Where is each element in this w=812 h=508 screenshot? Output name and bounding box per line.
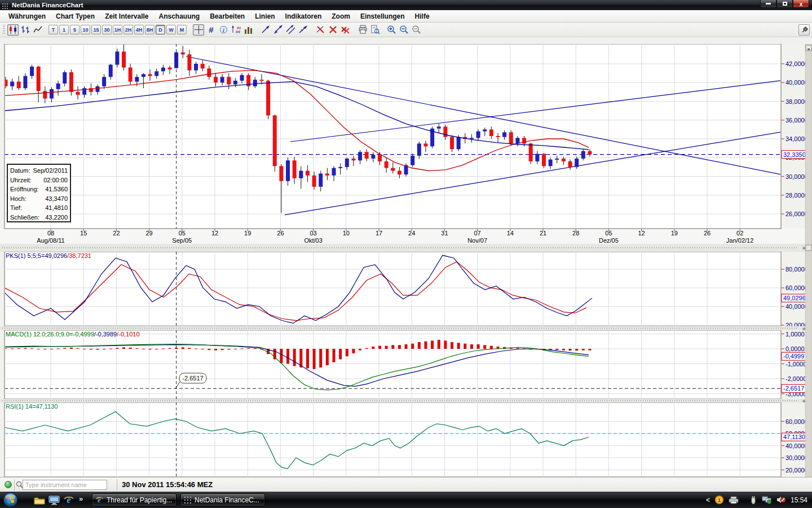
candle[interactable] — [325, 174, 329, 176]
candle[interactable] — [365, 152, 369, 159]
toolbar-tf-5-button[interactable]: 5 — [70, 25, 80, 34]
candle[interactable] — [575, 159, 579, 167]
candle[interactable] — [529, 143, 533, 161]
candle[interactable] — [312, 176, 316, 187]
menu-indikatoren[interactable]: Indikatoren — [280, 11, 327, 21]
right-gutter[interactable] — [805, 44, 812, 477]
toolbar-zoom-out-button[interactable] — [398, 24, 409, 36]
candle[interactable] — [56, 84, 60, 89]
toolbar-grid-button[interactable]: # — [205, 24, 217, 36]
toolbar-tf-1-button[interactable]: 1 — [59, 25, 69, 34]
candle[interactable] — [476, 132, 480, 138]
candle[interactable] — [423, 143, 427, 146]
candle[interactable] — [568, 161, 572, 167]
candle[interactable] — [43, 91, 47, 98]
candle[interactable] — [220, 77, 224, 82]
candle[interactable] — [391, 168, 395, 171]
toolbar-remove-line-button[interactable] — [315, 24, 326, 36]
candle[interactable] — [155, 71, 158, 76]
toolbar-zoom-reset-button[interactable] — [411, 24, 422, 36]
candle[interactable] — [95, 86, 99, 92]
start-button[interactable] — [3, 492, 18, 507]
menu-zoom[interactable]: Zoom — [326, 11, 355, 21]
toolbar-print-preview-button[interactable] — [369, 24, 381, 36]
toolbar-crosshair-button[interactable] — [193, 24, 204, 36]
toolbar-tf-2H-button[interactable]: 2H — [123, 25, 133, 34]
task-button-netdania[interactable]: NetDania FinanceC... — [180, 493, 265, 506]
tray-chevron[interactable]: < — [706, 496, 710, 504]
candle[interactable] — [240, 75, 244, 81]
candle[interactable] — [259, 80, 263, 81]
candle[interactable] — [483, 129, 487, 131]
candle[interactable] — [201, 64, 205, 68]
quicklaunch-overflow-chevron[interactable]: » — [79, 494, 83, 503]
toolbar-volume-button[interactable] — [242, 24, 254, 36]
quicklaunch-ie-icon[interactable]: e — [62, 493, 76, 507]
toolbar-grip[interactable] — [3, 25, 5, 35]
printer-tray-icon[interactable] — [729, 496, 739, 504]
toolbar-chart-type-candlestick-button[interactable] — [7, 24, 19, 36]
close-button[interactable]: x — [793, 0, 809, 8]
candle[interactable] — [233, 81, 237, 85]
candle[interactable] — [23, 76, 27, 89]
toolbar-data-labels-button[interactable]: #### — [230, 24, 241, 36]
toolbar-trend-line-button[interactable] — [260, 24, 271, 36]
quicklaunch-desktop-icon[interactable] — [47, 493, 61, 507]
menu-bearbeiten[interactable]: Bearbeiten — [205, 11, 250, 21]
menu-hilfe[interactable]: Hilfe — [410, 11, 435, 21]
candle[interactable] — [227, 77, 231, 84]
toolbar-delete-all-button[interactable] — [339, 24, 351, 36]
toolbar-tf-10-button[interactable]: 10 — [81, 25, 90, 34]
candle[interactable] — [168, 68, 172, 69]
candle[interactable] — [10, 82, 14, 86]
candle[interactable] — [102, 77, 106, 86]
candle[interactable] — [457, 137, 461, 150]
candle[interactable] — [17, 82, 21, 89]
quicklaunch-folder-icon[interactable] — [33, 493, 46, 507]
instrument-search-input[interactable] — [23, 480, 107, 490]
candle[interactable] — [515, 138, 519, 143]
candle[interactable] — [37, 67, 41, 91]
menu-zeit-intervalle[interactable]: Zeit Intervalle — [100, 11, 153, 21]
toolbar-info-button[interactable]: i — [218, 24, 229, 36]
gutter-button-mid[interactable] — [806, 245, 811, 251]
candle[interactable] — [581, 151, 585, 159]
candle[interactable] — [187, 54, 191, 70]
candle[interactable] — [76, 92, 80, 95]
volume-muted-icon[interactable] — [776, 496, 786, 504]
candle[interactable] — [142, 74, 145, 77]
candle[interactable] — [115, 51, 119, 64]
candle[interactable] — [509, 132, 513, 143]
toolbar-chart-type-line-button[interactable] — [32, 24, 43, 36]
network-icon[interactable] — [762, 496, 772, 504]
toolbar-tf-8H-button[interactable]: 8H — [145, 25, 155, 34]
candle[interactable] — [358, 152, 362, 160]
power-plug-icon[interactable] — [749, 496, 757, 505]
candle[interactable] — [30, 67, 34, 76]
candle[interactable] — [266, 81, 270, 116]
candle[interactable] — [319, 174, 323, 187]
candle[interactable] — [69, 72, 73, 92]
candle[interactable] — [345, 159, 349, 167]
menu-linien[interactable]: Linien — [250, 11, 280, 21]
candle[interactable] — [496, 136, 500, 137]
candle[interactable] — [273, 115, 277, 166]
menu-währungen[interactable]: Währungen — [3, 11, 51, 21]
candle[interactable] — [148, 74, 152, 76]
candle[interactable] — [338, 167, 342, 168]
candle[interactable] — [443, 126, 447, 137]
candle[interactable] — [502, 132, 506, 137]
update-notification-icon[interactable]: 1 — [714, 495, 724, 505]
menu-anschauung[interactable]: Anschauung — [154, 11, 205, 21]
candle[interactable] — [385, 161, 389, 168]
candle[interactable] — [161, 68, 165, 72]
candle[interactable] — [489, 129, 493, 136]
candle[interactable] — [109, 65, 113, 77]
candle[interactable] — [535, 154, 539, 161]
candle[interactable] — [549, 160, 553, 167]
toolbar-tf-30-button[interactable]: 30 — [102, 25, 112, 34]
candle[interactable] — [253, 80, 257, 86]
toolbar-trend-regression-button[interactable] — [297, 24, 308, 36]
candle[interactable] — [293, 160, 297, 178]
rsi-plot[interactable] — [5, 402, 781, 477]
